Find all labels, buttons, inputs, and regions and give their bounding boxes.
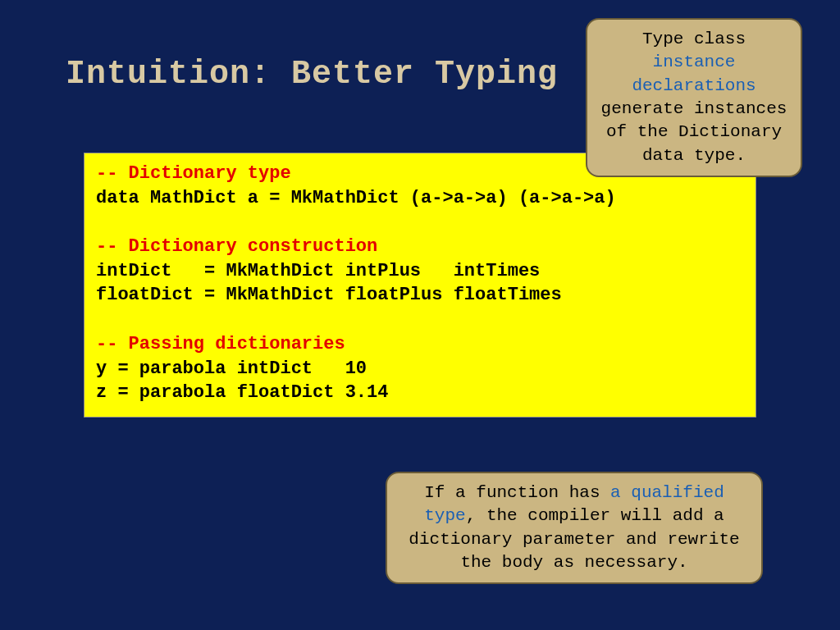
code-comment: -- Dictionary construction <box>96 236 377 257</box>
callout-text: generate instances of the Dictionary dat… <box>601 99 788 165</box>
callout-text: If a function has <box>424 483 610 502</box>
code-line: floatDict = MkMathDict floatPlus floatTi… <box>96 285 562 305</box>
code-block: -- Dictionary type data MathDict a = MkM… <box>84 153 756 418</box>
callout-bottom: If a function has a qualified type, the … <box>386 472 763 584</box>
callout-highlight: instance declarations <box>632 52 756 94</box>
slide-title: Intuition: Better Typing <box>66 56 558 93</box>
callout-top: Type class instance declarations generat… <box>586 18 802 177</box>
code-line: y = parabola intDict 10 <box>96 358 367 379</box>
code-line: data MathDict a = MkMathDict (a->a->a) (… <box>96 188 616 208</box>
code-comment: -- Passing dictionaries <box>96 334 345 354</box>
code-comment: -- Dictionary type <box>96 163 291 184</box>
code-line: z = parabola floatDict 3.14 <box>96 382 388 403</box>
code-line: intDict = MkMathDict intPlus intTimes <box>96 261 540 281</box>
callout-text: Type class <box>642 30 746 48</box>
